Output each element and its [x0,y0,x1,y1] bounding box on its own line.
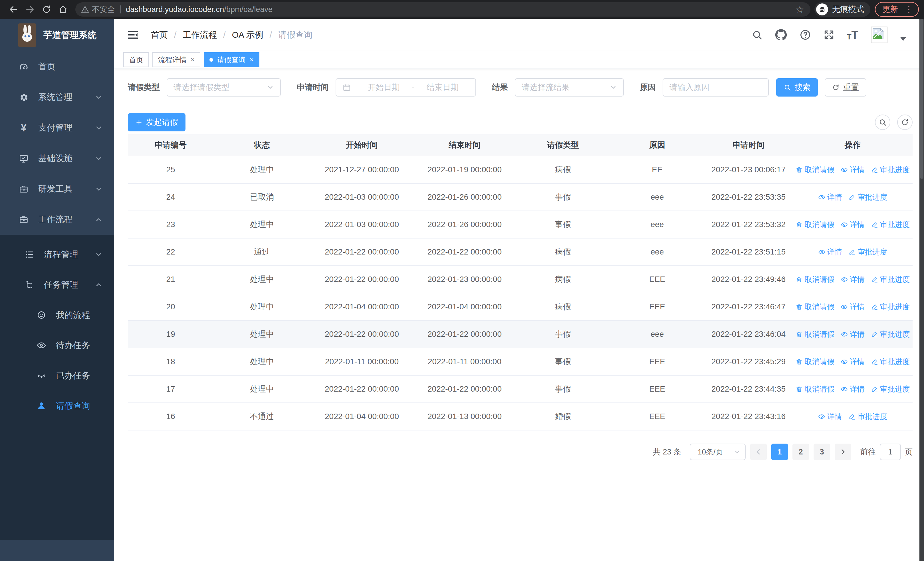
cell-applied: 2022-01-22 23:46:47 [704,293,793,320]
sidebar-item-task-mgmt[interactable]: 任务管理 [0,270,114,300]
cancel-leave-link[interactable]: 取消请假 [796,329,834,339]
sidebar-item-todo-tasks[interactable]: 待办任务 [0,330,114,361]
reason-input[interactable] [663,78,769,96]
avatar[interactable] [871,27,888,43]
detail-link[interactable]: 详情 [841,220,865,230]
approval-progress-link[interactable]: 审批进度 [871,302,910,312]
detail-link[interactable]: 详情 [841,384,865,394]
close-icon[interactable]: × [190,56,195,64]
cell-status: 处理中 [213,211,310,238]
cancel-leave-link[interactable]: 取消请假 [796,302,834,312]
cancel-leave-link[interactable]: 取消请假 [796,384,834,394]
browser-forward-button[interactable] [22,1,38,18]
cell-start: 2022-01-22 00:00:00 [310,266,413,293]
gear-icon [19,93,28,102]
help-icon[interactable] [800,29,811,41]
cell-start: 2022-01-11 00:00:00 [310,348,413,375]
eye-icon [818,194,825,201]
detail-link[interactable]: 详情 [818,247,842,257]
sidebar-item-devtools[interactable]: 研发工具 [0,174,114,204]
detail-link[interactable]: 详情 [818,192,842,202]
detail-link[interactable]: 详情 [841,165,865,175]
date-start-placeholder: 开始日期 [357,82,410,93]
search-button[interactable]: 搜索 [776,78,818,96]
approval-progress-link[interactable]: 审批进度 [848,192,887,202]
security-warning[interactable]: 不安全 [81,4,115,15]
sidebar-item-done-tasks[interactable]: 已办任务 [0,361,114,391]
prev-page-button[interactable] [750,444,767,460]
sidebar-item-workflow[interactable]: 工作流程 [0,204,114,235]
github-icon[interactable] [775,29,787,41]
table-header-row: 申请编号 状态 开始时间 结束时间 请假类型 原因 申请时间 操作 [128,134,913,156]
browser-menu-icon[interactable]: ⋮ [903,5,915,14]
tab-leave-query[interactable]: 请假查询 × [204,52,260,67]
browser-update-button[interactable]: 更新 ⋮ [875,2,919,17]
tree-icon [24,280,34,290]
browser-back-button[interactable] [5,1,22,18]
approval-progress-link[interactable]: 审批进度 [871,220,910,230]
approval-progress-link[interactable]: 审批进度 [848,412,887,422]
page-unit-label: 页 [905,447,913,457]
browser-reload-button[interactable] [38,1,55,18]
refresh-table-button[interactable] [897,114,913,130]
browser-home-button[interactable] [55,1,71,18]
breadcrumb-oa-example[interactable]: OA 示例 [232,29,263,41]
tab-process-detail[interactable]: 流程详情 × [152,52,200,67]
sidebar-item-infra[interactable]: 基础设施 [0,143,114,174]
cell-type: 病假 [516,238,610,266]
approval-progress-link[interactable]: 审批进度 [871,384,910,394]
result-select[interactable]: 请选择流结果 [515,78,624,96]
detail-link[interactable]: 详情 [818,412,842,422]
cancel-leave-link[interactable]: 取消请假 [796,357,834,367]
cell-reason: EEE [610,403,704,430]
cell-id: 21 [128,266,213,293]
bookmark-star-icon[interactable]: ☆ [792,4,808,15]
next-page-button[interactable] [835,444,851,460]
sidebar-item-label: 支付管理 [38,122,72,134]
page-button-3[interactable]: 3 [814,444,830,460]
eye-icon [841,331,848,338]
cancel-leave-link[interactable]: 取消请假 [796,220,834,230]
scrollbar-thumb[interactable] [920,19,923,179]
reset-button[interactable]: 重置 [825,78,866,96]
cancel-leave-link[interactable]: 取消请假 [796,275,834,284]
close-icon[interactable]: × [250,56,254,64]
sidebar-item-process-mgmt[interactable]: 流程管理 [0,239,114,270]
cancel-leave-link[interactable]: 取消请假 [796,165,834,175]
sidebar-item-label: 研发工具 [38,183,72,195]
address-bar[interactable]: 不安全 dashboard.yudao.iocoder.cn/bpm/oa/le… [75,2,810,17]
font-size-icon[interactable]: TT [847,29,858,41]
approval-progress-link[interactable]: 审批进度 [871,275,910,284]
apply-time-range-picker[interactable]: 开始日期 - 结束日期 [336,78,476,96]
fullscreen-icon[interactable] [824,29,834,40]
tab-home[interactable]: 首页 [123,52,149,67]
sidebar-item-system[interactable]: 系统管理 [0,82,114,113]
detail-link[interactable]: 详情 [841,357,865,367]
breadcrumb-workflow[interactable]: 工作流程 [183,29,217,41]
breadcrumb-home[interactable]: 首页 [151,29,168,41]
sidebar-item-payment[interactable]: ¥ 支付管理 [0,113,114,143]
page-button-1[interactable]: 1 [771,444,788,460]
chevron-down-icon [734,448,741,455]
detail-link[interactable]: 详情 [841,302,865,312]
search-icon[interactable] [752,29,762,40]
sidebar-item-my-process[interactable]: 我的流程 [0,300,114,330]
approval-progress-link[interactable]: 审批进度 [848,247,887,257]
approval-progress-link[interactable]: 审批进度 [871,165,910,175]
page-scrollbar[interactable] [920,19,924,561]
approval-progress-link[interactable]: 审批进度 [871,357,910,367]
leave-type-select[interactable]: 请选择请假类型 [166,78,281,96]
detail-link[interactable]: 详情 [841,275,865,284]
list-icon [24,250,34,259]
approval-progress-link[interactable]: 审批进度 [871,329,910,339]
goto-page-input[interactable] [880,444,901,460]
avatar-caret-icon[interactable] [900,37,906,41]
sidebar-item-home[interactable]: 首页 [0,51,114,82]
toggle-search-button[interactable] [875,114,890,130]
page-size-select[interactable]: 10条/页 [690,444,746,460]
sidebar-collapse-button[interactable] [127,29,139,41]
page-button-2[interactable]: 2 [792,444,809,460]
sidebar-item-leave-query[interactable]: 请假查询 [0,391,114,421]
detail-link[interactable]: 详情 [841,329,865,339]
create-leave-button[interactable]: 发起请假 [128,113,186,131]
